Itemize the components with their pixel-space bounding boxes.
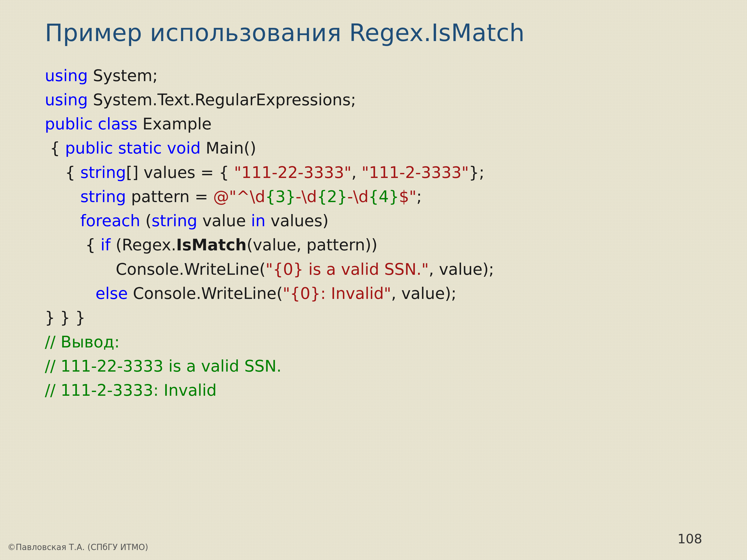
- code-text: };: [469, 163, 484, 182]
- code-text: , value);: [391, 284, 457, 303]
- code-text: Main(): [201, 139, 256, 157]
- code-line: // 111-2-3333: Invalid: [45, 378, 702, 402]
- keyword: public class: [45, 115, 137, 133]
- regex-part: ^\d: [236, 187, 265, 206]
- code-text: ,: [352, 163, 362, 182]
- code-line: Console.WriteLine("{0} is a valid SSN.",…: [45, 257, 702, 282]
- code-text: {: [45, 139, 65, 157]
- code-line: string pattern = @"^\d{3}-\d{2}-\d{4}$";: [45, 185, 702, 209]
- string-literal: "111-22-3333": [234, 163, 352, 182]
- code-text: Example: [137, 115, 212, 133]
- code-text: values): [265, 212, 329, 230]
- code-line: // 111-22-3333 is a valid SSN.: [45, 354, 702, 378]
- regex-quantifier: {3}: [265, 187, 295, 206]
- code-text: System.Text.RegularExpressions;: [88, 90, 356, 109]
- slide: Пример использования Regex.IsMatch using…: [0, 0, 747, 560]
- comment: // Вывод:: [45, 333, 120, 351]
- regex-quantifier: {4}: [368, 187, 399, 206]
- keyword: else: [95, 284, 128, 303]
- code-text: [45, 187, 80, 206]
- regex-part: -\d: [347, 187, 368, 206]
- footer-copyright: ©Павловская Т.А. (СПбГУ ИТМО): [7, 542, 148, 552]
- code-text: (value, pattern)): [247, 236, 378, 254]
- string-literal: "111-2-3333": [362, 163, 469, 182]
- code-text: [] values = {: [126, 163, 234, 182]
- keyword: public static void: [65, 139, 201, 157]
- regex-part: -\d: [295, 187, 317, 206]
- code-text: pattern =: [126, 187, 213, 206]
- keyword: string: [80, 163, 126, 182]
- keyword: string: [80, 187, 126, 206]
- regex-quantifier: {2}: [317, 187, 347, 206]
- keyword: in: [251, 212, 265, 230]
- keyword: foreach: [80, 212, 140, 230]
- keyword: string: [152, 212, 198, 230]
- code-text: (: [140, 212, 151, 230]
- code-line: { public static void Main(): [45, 136, 702, 160]
- string-literal: @": [213, 187, 236, 206]
- code-line: } } }: [45, 305, 702, 330]
- string-literal: "{0}: Invalid": [283, 284, 391, 303]
- code-text: , value);: [429, 260, 494, 278]
- code-block: using System; using System.Text.RegularE…: [45, 64, 702, 403]
- code-text: Console.WriteLine(: [128, 284, 283, 303]
- code-line: else Console.WriteLine("{0}: Invalid", v…: [45, 282, 702, 305]
- code-text: {: [45, 163, 80, 182]
- regex-part: $": [399, 187, 416, 206]
- code-text: Console.WriteLine(: [45, 260, 266, 278]
- string-literal: "{0} is a valid SSN.": [266, 260, 429, 278]
- page-number: 108: [677, 531, 702, 546]
- code-text: value: [197, 212, 251, 230]
- code-line: foreach (string value in values): [45, 209, 702, 233]
- code-line: public class Example: [45, 112, 702, 136]
- code-text: } } }: [45, 309, 85, 327]
- code-line: // Вывод:: [45, 330, 702, 354]
- keyword: using: [45, 66, 88, 85]
- comment: // 111-2-3333: Invalid: [45, 381, 216, 399]
- slide-title: Пример использования Regex.IsMatch: [45, 20, 702, 46]
- code-line: { if (Regex.IsMatch(value, pattern)): [45, 233, 702, 257]
- code-text: [45, 212, 80, 230]
- keyword: if: [101, 236, 110, 254]
- code-line: { string[] values = { "111-22-3333", "11…: [45, 161, 702, 185]
- method-name-bold: IsMatch: [176, 236, 247, 254]
- code-text: (Regex.: [110, 236, 176, 254]
- code-line: using System;: [45, 64, 702, 88]
- code-text: System;: [88, 66, 158, 85]
- code-text: {: [45, 236, 101, 254]
- code-text: [45, 284, 95, 303]
- code-line: using System.Text.RegularExpressions;: [45, 88, 702, 112]
- comment: // 111-22-3333 is a valid SSN.: [45, 357, 282, 375]
- code-text: ;: [416, 187, 422, 206]
- keyword: using: [45, 90, 88, 109]
